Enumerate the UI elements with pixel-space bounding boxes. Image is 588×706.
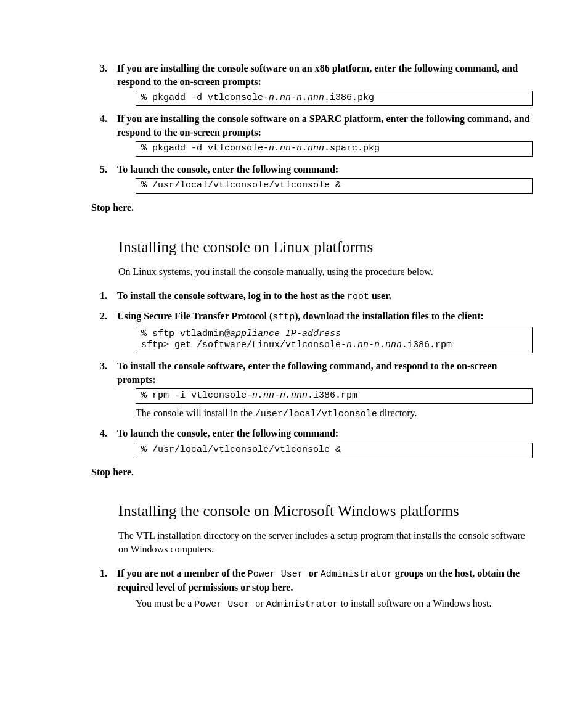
code-inline: Power User <box>194 599 255 610</box>
step-number: 2. <box>100 310 117 324</box>
code-block: % /usr/local/vtlconsole/vtlconsole & <box>136 443 533 458</box>
step-5: 5. To launch the console, enter the foll… <box>100 163 533 176</box>
step-3: 3. To install the console software, ente… <box>100 359 533 386</box>
step-body: The console will install in the /user/lo… <box>136 406 533 421</box>
text-part: Using Secure File Transfer Protocol ( <box>117 311 272 321</box>
code-pre: % /usr/local/vtlconsole/vtlconsole & <box>141 180 341 191</box>
step-4: 4. If you are installing the console sof… <box>100 112 533 139</box>
code-b: n.nn-n.nnn <box>252 390 308 401</box>
code-l1b: appliance_IP-address <box>230 329 341 339</box>
step-4: 4. To launch the console, enter the foll… <box>100 427 533 440</box>
step-number: 1. <box>100 289 117 303</box>
text-part: user. <box>369 290 391 301</box>
code-inline: Power User <box>248 569 309 580</box>
code-l2a: sftp> get /software/Linux/vtlconsole- <box>141 340 346 350</box>
code-block: % pkgadd -d vtlconsole-n.nn-n.nnn.sparc.… <box>136 141 533 157</box>
text-part: You must be a <box>136 598 194 609</box>
section-solaris-continued: 3. If you are installing the console sof… <box>92 62 533 215</box>
step-list: 1. To install the console software, log … <box>100 289 533 458</box>
text-part: The console will install in the <box>136 408 255 418</box>
step-text: If you are installing the console softwa… <box>117 112 533 139</box>
section-heading: Installing the console on Linux platform… <box>118 237 533 258</box>
code-block: % sftp vtladmin@appliance_IP-address sft… <box>136 327 533 354</box>
code-a: % rpm -i vtlconsole- <box>141 390 252 401</box>
stop-here: Stop here. <box>91 466 533 479</box>
code-block: % rpm -i vtlconsole-n.nn-n.nnn.i386.rpm <box>136 388 533 404</box>
code-inline: sftp <box>272 312 295 322</box>
text-part: or <box>309 568 321 578</box>
code-block: % pkgadd -d vtlconsole-n.nn-n.nnn.i386.p… <box>136 91 533 106</box>
step-1: 1. If you are not a member of the Power … <box>100 567 533 594</box>
code-l2c: .i386.rpm <box>402 340 452 350</box>
step-text: To launch the console, enter the followi… <box>117 427 533 440</box>
section-heading: Installing the console on Microsoft Wind… <box>118 501 533 522</box>
code-inline: /user/local/vtlconsole <box>255 409 377 419</box>
step-list: 3. If you are installing the console sof… <box>100 62 533 194</box>
step-number: 3. <box>100 62 117 88</box>
code-post: .i386.pkg <box>324 92 374 103</box>
text-part: If you are not a member of the <box>117 568 248 578</box>
step-list: 1. If you are not a member of the Power … <box>100 567 533 611</box>
text-part: To install the console software, log in … <box>117 290 347 301</box>
code-l2b: n.nn-n.nnn <box>346 340 402 350</box>
step-text: To launch the console, enter the followi… <box>117 163 533 176</box>
code-c: .i386.rpm <box>308 390 357 401</box>
step-3: 3. If you are installing the console sof… <box>100 62 533 88</box>
code-inline: Administrator <box>321 569 393 580</box>
step-text: To install the console software, log in … <box>117 289 533 303</box>
code: % /usr/local/vtlconsole/vtlconsole & <box>141 445 341 455</box>
step-2: 2. Using Secure File Transfer Protocol (… <box>100 310 533 324</box>
text-part: directory. <box>377 408 417 418</box>
code-inline: Administrator <box>266 599 338 610</box>
section-intro: The VTL installation directory on the se… <box>118 529 533 556</box>
code-inline: root <box>347 292 369 302</box>
step-number: 1. <box>100 567 117 594</box>
step-text: To install the console software, enter t… <box>117 359 533 386</box>
code-pre: % pkgadd -d vtlconsole- <box>141 143 269 154</box>
code-pre: % pkgadd -d vtlconsole- <box>141 92 269 103</box>
step-1: 1. To install the console software, log … <box>100 289 533 303</box>
code-var: n.nn-n.nnn <box>269 143 324 154</box>
code-post: .sparc.pkg <box>324 143 380 154</box>
text-part: ), download the installation files to th… <box>295 311 484 321</box>
step-number: 4. <box>100 112 117 139</box>
step-text: Using Secure File Transfer Protocol (sft… <box>117 310 533 324</box>
code-block: % /usr/local/vtlconsole/vtlconsole & <box>136 178 533 194</box>
text-part: to install software on a Windows host. <box>338 598 492 609</box>
section-linux: Installing the console on Linux platform… <box>92 237 533 478</box>
text-part: or <box>255 598 266 609</box>
step-text: If you are installing the console softwa… <box>117 62 533 88</box>
stop-here: Stop here. <box>91 201 533 215</box>
step-text: If you are not a member of the Power Use… <box>117 567 533 594</box>
step-number: 4. <box>100 427 117 440</box>
code-var: n.nn-n.nnn <box>269 92 324 103</box>
section-intro: On Linux systems, you install the consol… <box>118 265 533 279</box>
step-number: 5. <box>100 163 117 176</box>
step-body: You must be a Power User or Administrato… <box>136 597 533 611</box>
code-l1a: % sftp vtladmin@ <box>141 329 230 339</box>
section-windows: Installing the console on Microsoft Wind… <box>92 501 533 611</box>
step-number: 3. <box>100 359 117 386</box>
